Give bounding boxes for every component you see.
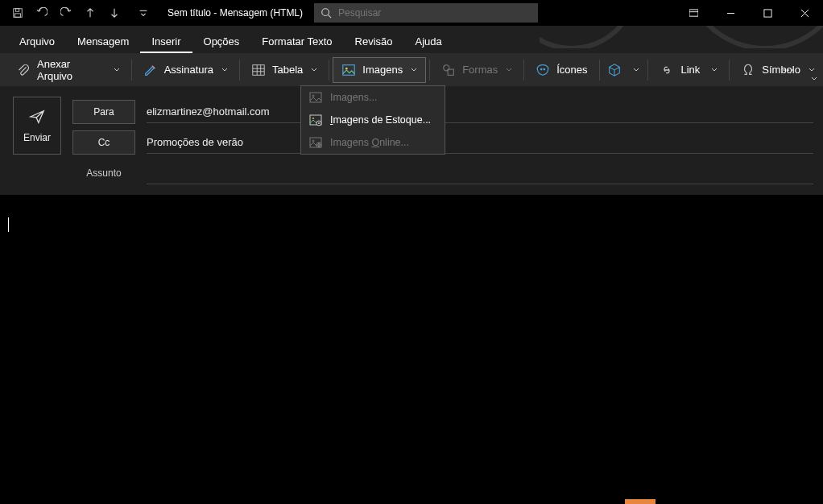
minimize-button[interactable] <box>712 0 749 26</box>
signature-label: Assinatura <box>164 64 213 76</box>
svg-point-32 <box>788 68 789 70</box>
separator <box>599 60 600 81</box>
menu-bar: Arquivo Mensagem Inserir Opções Formatar… <box>0 26 823 53</box>
table-button[interactable]: Tabela <box>243 57 325 83</box>
online-picture-icon <box>309 136 322 149</box>
separator <box>131 60 132 81</box>
undo-icon[interactable] <box>31 2 53 24</box>
tab-formatar-texto[interactable]: Formatar Texto <box>250 29 343 53</box>
icons-icon <box>536 63 550 77</box>
svg-rect-25 <box>343 64 354 75</box>
tab-mensagem[interactable]: Mensagem <box>66 29 140 53</box>
ribbon: Anexar Arquivo Assinatura Tabela Imagens… <box>0 53 823 87</box>
separator <box>239 60 240 81</box>
cc-button[interactable]: Cc <box>72 130 135 155</box>
omega-icon <box>741 63 755 77</box>
attach-file-label: Anexar Arquivo <box>37 58 105 82</box>
svg-point-30 <box>544 68 544 69</box>
save-icon[interactable] <box>6 2 29 24</box>
svg-point-33 <box>792 68 793 70</box>
3d-models-button[interactable] <box>602 57 644 83</box>
search-input[interactable] <box>338 7 531 19</box>
chevron-down-icon <box>810 75 818 83</box>
svg-line-13 <box>329 15 332 19</box>
images-button[interactable]: Imagens <box>333 57 426 83</box>
separator <box>729 60 730 81</box>
picture-icon <box>341 63 356 77</box>
bottom-accent <box>625 499 656 504</box>
tab-revisao[interactable]: Revisão <box>344 29 404 53</box>
table-icon <box>251 63 266 77</box>
chevron-down-icon <box>506 67 512 73</box>
chevron-down-icon <box>633 67 639 73</box>
signature-button[interactable]: Assinatura <box>135 57 236 83</box>
cc-input[interactable] <box>147 131 813 154</box>
arrow-down-icon[interactable] <box>103 2 126 24</box>
maximize-button[interactable] <box>749 0 786 26</box>
tab-ajuda[interactable]: Ajuda <box>403 29 453 53</box>
svg-rect-20 <box>253 64 264 75</box>
svg-rect-14 <box>689 9 698 15</box>
chevron-down-icon <box>221 67 228 73</box>
message-body[interactable] <box>0 195 823 501</box>
separator <box>429 60 430 81</box>
dropdown-label: Imagens de Estoque... <box>330 114 431 126</box>
search-icon <box>321 7 332 19</box>
dropdown-online-images[interactable]: Imagens Online... <box>301 131 445 154</box>
svg-rect-17 <box>763 9 771 16</box>
chevron-down-icon <box>411 67 417 73</box>
subject-input[interactable] <box>147 162 813 184</box>
separator <box>329 60 329 81</box>
ellipsis-icon <box>781 63 796 77</box>
icons-button[interactable]: Ícones <box>527 57 595 83</box>
svg-rect-34 <box>310 93 321 102</box>
link-button[interactable]: Link <box>651 57 726 83</box>
dropdown-label: Imagens... <box>330 92 377 103</box>
close-button[interactable] <box>786 0 823 26</box>
more-commands-button[interactable] <box>775 57 802 83</box>
dropdown-images-file[interactable]: Imagens... <box>301 86 445 109</box>
chevron-down-icon <box>311 67 317 73</box>
text-cursor <box>8 217 9 232</box>
dropdown-stock-images[interactable]: Imagens de Estoque... <box>301 109 445 131</box>
subject-label: Assunto <box>72 167 135 179</box>
cube-icon <box>607 63 622 77</box>
collapse-ribbon-button[interactable] <box>810 75 818 85</box>
chevron-down-icon <box>809 67 815 73</box>
signature-icon <box>143 63 158 77</box>
window-title: Sem título - Mensagem (HTML) <box>167 7 303 19</box>
stock-picture-icon <box>309 114 322 126</box>
attach-file-button[interactable]: Anexar Arquivo <box>8 57 128 83</box>
tab-opcoes[interactable]: Opções <box>192 29 251 53</box>
link-label: Link <box>680 64 700 76</box>
tab-inserir[interactable]: Inserir <box>140 29 192 53</box>
qat-customize-icon[interactable] <box>132 2 155 24</box>
svg-point-29 <box>541 68 542 69</box>
send-label: Enviar <box>23 132 51 143</box>
picture-icon <box>309 91 322 104</box>
redo-icon[interactable] <box>55 2 77 24</box>
svg-point-26 <box>345 67 348 69</box>
dropdown-label: Imagens Online... <box>330 137 409 148</box>
tab-arquivo[interactable]: Arquivo <box>8 29 66 53</box>
paperclip-icon <box>16 63 31 77</box>
ribbon-display-icon[interactable] <box>675 0 712 26</box>
svg-point-40 <box>312 140 314 142</box>
svg-point-31 <box>784 68 785 70</box>
shapes-label: Formas <box>462 64 498 76</box>
to-button[interactable]: Para <box>72 100 135 124</box>
images-dropdown: Imagens... Imagens de Estoque... Imagens… <box>300 85 445 155</box>
svg-point-35 <box>312 95 314 97</box>
link-icon <box>660 63 674 77</box>
title-bar: Sem título - Mensagem (HTML) <box>0 0 823 26</box>
search-box[interactable] <box>314 3 538 23</box>
send-icon <box>28 108 46 126</box>
images-label: Imagens <box>362 64 403 76</box>
shapes-button[interactable]: Formas <box>433 57 520 83</box>
send-button[interactable]: Enviar <box>13 97 61 155</box>
separator <box>523 60 524 81</box>
icons-label: Ícones <box>556 64 587 76</box>
shapes-icon <box>441 63 456 77</box>
to-input[interactable] <box>147 101 813 123</box>
arrow-up-icon[interactable] <box>79 2 101 24</box>
